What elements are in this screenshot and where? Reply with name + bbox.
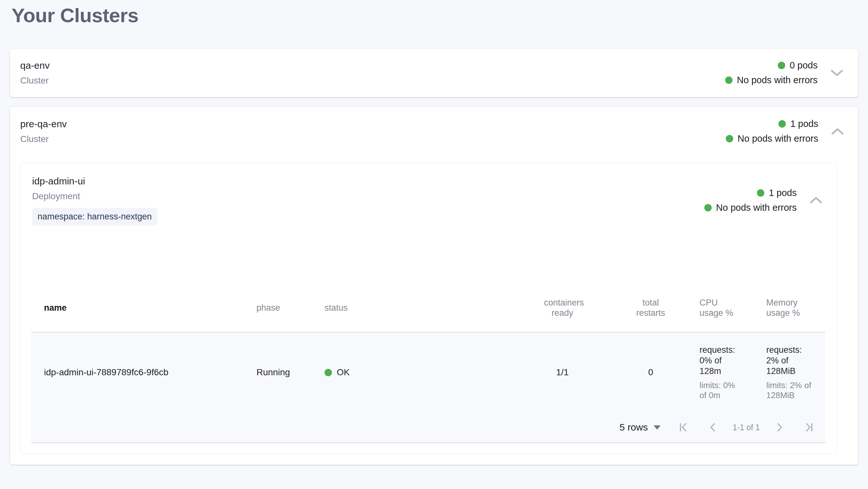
cluster-status-area: 1 pods No pods with errors <box>726 119 844 144</box>
pods-count-status: 1 pods <box>757 188 797 198</box>
first-page-button[interactable] <box>677 421 689 434</box>
column-header-cpu-usage: CPU usage % <box>689 288 758 332</box>
pod-status-cell: OK <box>317 332 513 412</box>
prev-page-button[interactable] <box>706 421 719 434</box>
deployment-status-area: 1 pods No pods with errors <box>704 188 823 213</box>
pods-count-label: 1 pods <box>790 119 818 129</box>
pod-name-cell: idp-admin-ui-7889789fc6-9f6cb <box>31 332 249 412</box>
deployment-kind: Deployment <box>32 191 157 202</box>
deployment-info: idp-admin-ui Deployment namespace: harne… <box>32 175 157 226</box>
pods-errors-label: No pods with errors <box>716 202 797 213</box>
chevron-up-icon <box>810 196 822 204</box>
status-column: 1 pods No pods with errors <box>726 119 818 144</box>
pager-controls: 1-1 of 1 <box>677 421 816 434</box>
memory-requests-value: requests: 2% of 128MiB <box>766 345 811 377</box>
green-dot-icon <box>726 135 733 142</box>
rows-per-page-label: 5 rows <box>620 422 648 433</box>
green-dot-icon <box>704 204 712 211</box>
green-dot-icon <box>757 189 764 197</box>
caret-down-icon <box>654 425 661 430</box>
deployment-name: idp-admin-ui <box>32 175 157 188</box>
cpu-limits-value: limits: 0% of 0m <box>700 380 743 400</box>
page-range-label: 1-1 of 1 <box>733 423 760 432</box>
rows-per-page-select[interactable]: 5 rows <box>620 422 661 433</box>
pods-errors-label: No pods with errors <box>737 75 817 85</box>
pod-cpu-usage-cell: requests: 0% of 128m limits: 0% of 0m <box>689 332 758 412</box>
pods-count-label: 1 pods <box>769 188 797 198</box>
status-column: 1 pods No pods with errors <box>704 188 797 213</box>
green-dot-icon <box>778 62 785 69</box>
cluster-name: pre-qa-env <box>20 118 67 131</box>
pod-status-label: OK <box>337 367 349 378</box>
chevron-down-icon <box>831 69 843 77</box>
next-page-button[interactable] <box>773 421 786 434</box>
last-page-icon <box>804 422 815 433</box>
pods-count-status: 0 pods <box>778 60 817 71</box>
column-header-name: name <box>31 288 249 332</box>
pod-table-row[interactable]: idp-admin-ui-7889789fc6-9f6cb Running OK… <box>31 332 825 412</box>
cluster-card-pre-qa-env: pre-qa-env Cluster 1 pods No pods with e… <box>10 106 858 465</box>
deployment-accordion-header[interactable]: idp-admin-ui Deployment namespace: harne… <box>21 175 837 226</box>
cluster-status-area: 0 pods No pods with errors <box>725 60 844 85</box>
memory-limits-value: limits: 2% of 128MiB <box>766 380 825 400</box>
pod-containers-ready-cell: 1/1 <box>513 332 612 412</box>
pods-errors-status: No pods with errors <box>704 202 797 213</box>
deployment-card: idp-admin-ui Deployment namespace: harne… <box>20 163 837 454</box>
pods-errors-status: No pods with errors <box>725 75 817 85</box>
cpu-requests-value: requests: 0% of 128m <box>700 345 742 377</box>
collapse-cluster-button[interactable] <box>831 124 844 139</box>
namespace-badge: namespace: harness-nextgen <box>32 208 157 226</box>
collapse-deployment-button[interactable] <box>809 193 823 207</box>
column-header-containers-ready: containers ready <box>513 288 612 332</box>
pods-table: name phase status containers ready total… <box>31 288 825 443</box>
last-page-button[interactable] <box>803 421 816 434</box>
pods-count-label: 0 pods <box>790 60 817 71</box>
green-dot-icon <box>725 77 733 84</box>
pod-phase-cell: Running <box>249 332 317 412</box>
column-header-phase: phase <box>249 288 317 332</box>
pod-memory-usage-cell: requests: 2% of 128MiB limits: 2% of 128… <box>758 332 825 412</box>
next-page-icon <box>774 422 785 433</box>
pods-count-status: 1 pods <box>778 119 818 129</box>
table-pagination: 5 rows <box>31 412 825 443</box>
status-column: 0 pods No pods with errors <box>725 60 817 85</box>
chevron-up-icon <box>831 127 844 135</box>
pods-errors-status: No pods with errors <box>726 133 818 144</box>
expand-cluster-button[interactable] <box>830 66 844 80</box>
pods-table-header-row: name phase status containers ready total… <box>31 288 825 332</box>
column-header-status: status <box>317 288 513 332</box>
cluster-info: pre-qa-env Cluster <box>20 118 67 145</box>
cluster-kind: Cluster <box>20 75 50 86</box>
previous-page-icon <box>707 422 718 433</box>
cluster-name: qa-env <box>20 59 50 72</box>
green-dot-icon <box>778 120 786 127</box>
cluster-info: qa-env Cluster <box>20 59 50 86</box>
cluster-card-qa-env[interactable]: qa-env Cluster 0 pods No pods with error… <box>10 48 858 97</box>
cluster-accordion-header[interactable]: pre-qa-env Cluster 1 pods No pods with e… <box>20 118 848 145</box>
clusters-page: Your Clusters qa-env Cluster 0 pods No p… <box>0 0 868 465</box>
cluster-kind: Cluster <box>20 133 67 145</box>
column-header-total-restarts: total restarts <box>612 288 689 332</box>
page-title: Your Clusters <box>11 4 858 26</box>
pod-total-restarts-cell: 0 <box>612 332 689 412</box>
green-dot-icon <box>324 369 332 376</box>
pods-errors-label: No pods with errors <box>738 133 818 144</box>
column-header-memory-usage: Memory usage % <box>758 288 825 332</box>
first-page-icon <box>677 422 689 433</box>
